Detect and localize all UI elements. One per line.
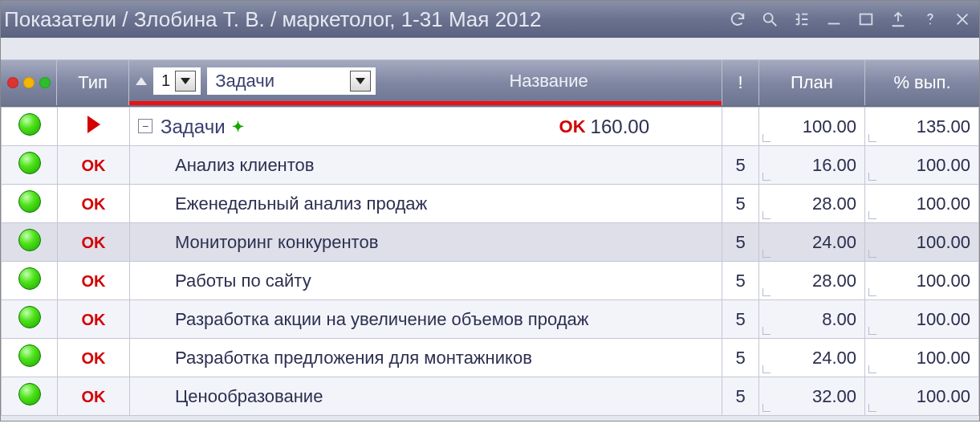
ok-badge: OK: [559, 116, 586, 137]
category-value: Задачи: [215, 71, 274, 92]
type-cell: OK: [58, 185, 130, 223]
category-select[interactable]: Задачи: [207, 67, 376, 95]
row-name: Разработка акции на увеличение объемов п…: [138, 309, 714, 330]
status-cell: [2, 377, 58, 416]
name-cell[interactable]: Еженедельный анализ продаж: [130, 185, 722, 223]
type-cell: OK: [58, 223, 130, 262]
plan-cell: 16.00: [759, 146, 865, 185]
status-green-icon: [18, 113, 41, 136]
name-cell[interactable]: − Задачи ✦ OK 160.00: [130, 108, 722, 146]
table-row[interactable]: OK Мониторинг конкурентов 5 24.00 100.00: [2, 223, 979, 262]
refresh-icon[interactable]: [729, 10, 746, 28]
pct-cell: 135.00: [865, 108, 979, 146]
status-cell: [2, 262, 58, 300]
minimize-icon[interactable]: [825, 10, 843, 28]
type-cell: OK: [58, 300, 130, 339]
search-icon[interactable]: [761, 10, 779, 28]
pct-cell: 100.00: [865, 185, 979, 223]
header-status[interactable]: [1, 60, 57, 105]
collapse-toggle[interactable]: −: [138, 119, 152, 133]
status-green-icon: [18, 267, 41, 290]
toolbar-spacer: [1, 38, 979, 60]
titlebar: Показатели / Злобина Т. В. / маркетолог,…: [1, 1, 979, 38]
pct-cell: 100.00: [865, 339, 979, 377]
header-pct[interactable]: % вып.: [865, 60, 979, 105]
name-cell[interactable]: Разработка акции на увеличение объемов п…: [130, 300, 722, 339]
ok-badge: OK: [82, 388, 106, 405]
table-row[interactable]: OK Анализ клиентов 5 16.00 100.00: [2, 146, 979, 185]
table-row[interactable]: OK Ценообразование 5 32.00 100.00: [2, 377, 979, 416]
type-cell: OK: [58, 146, 130, 185]
parent-label: Задачи: [161, 116, 226, 138]
ok-badge: OK: [82, 195, 106, 213]
pct-cell: 100.00: [865, 146, 979, 185]
row-name: Ценообразование: [138, 386, 714, 407]
status-cell: [2, 108, 58, 146]
priority-cell: 5: [722, 262, 759, 300]
header-plan[interactable]: План: [759, 60, 865, 105]
priority-cell: 5: [722, 300, 759, 339]
ok-badge: OK: [82, 234, 106, 251]
pct-cell: 100.00: [865, 377, 979, 416]
name-cell[interactable]: Ценообразование: [130, 377, 722, 416]
column-headers: Тип 1 Задачи Название ! План % вып.: [1, 60, 979, 107]
play-icon: [87, 116, 100, 133]
help-icon[interactable]: [921, 10, 939, 28]
table-row[interactable]: OK Разработка акции на увеличение объемо…: [2, 300, 979, 339]
plan-cell: 28.00: [759, 262, 865, 300]
add-icon[interactable]: ✦: [232, 118, 244, 136]
header-name-label[interactable]: Название: [382, 71, 715, 92]
type-cell: [58, 108, 130, 146]
sort-asc-icon[interactable]: [136, 77, 147, 85]
pct-cell: 100.00: [865, 300, 979, 339]
header-name: 1 Задачи Название: [129, 60, 722, 105]
pct-cell: 100.00: [865, 262, 979, 300]
status-cell: [2, 300, 58, 339]
footer-spacer: [1, 416, 979, 421]
window-title: Показатели / Злобина Т. В. / маркетолог,…: [4, 7, 729, 32]
table-row[interactable]: OK Еженедельный анализ продаж 5 28.00 10…: [2, 185, 979, 223]
parent-value: 160.00: [591, 116, 714, 138]
plan-cell: 24.00: [759, 339, 865, 377]
chevron-down-icon[interactable]: [175, 71, 196, 92]
table-row[interactable]: OK Разработка предложения для монтажнико…: [2, 339, 979, 377]
close-icon[interactable]: [954, 10, 971, 28]
type-cell: OK: [58, 262, 130, 300]
row-name: Еженедельный анализ продаж: [138, 193, 714, 214]
name-cell[interactable]: Разработка предложения для монтажников: [130, 339, 722, 377]
row-name: Работы по сайту: [138, 271, 714, 291]
type-cell: OK: [58, 339, 130, 377]
priority-cell: 5: [722, 223, 759, 262]
row-name: Мониторинг конкурентов: [138, 232, 714, 253]
status-green-icon: [18, 344, 41, 367]
plan-cell: 28.00: [759, 185, 865, 223]
export-icon[interactable]: [889, 10, 907, 28]
tree-icon[interactable]: [793, 10, 811, 28]
name-cell[interactable]: Анализ клиентов: [130, 146, 722, 185]
row-name: Разработка предложения для монтажников: [138, 348, 714, 369]
svg-point-0: [764, 14, 773, 22]
table-row[interactable]: OK Работы по сайту 5 28.00 100.00: [2, 262, 979, 300]
status-cell: [2, 185, 58, 223]
status-green-icon: [18, 152, 41, 174]
chevron-down-icon[interactable]: [350, 71, 371, 92]
header-priority[interactable]: !: [722, 60, 759, 105]
plan-cell: 100.00: [759, 108, 865, 146]
pct-cell: 100.00: [865, 223, 979, 262]
priority-cell: 5: [722, 146, 759, 185]
priority-cell: 5: [722, 339, 759, 377]
sort-index-select[interactable]: 1: [153, 67, 201, 95]
table-row-parent[interactable]: − Задачи ✦ OK 160.00 100.00 135.00: [2, 108, 979, 146]
type-cell: OK: [58, 377, 130, 416]
priority-cell: 5: [722, 377, 759, 416]
app-window: Показатели / Злобина Т. В. / маркетолог,…: [0, 0, 980, 422]
priority-cell: 5: [722, 185, 759, 223]
status-green-icon: [18, 383, 41, 405]
maximize-icon[interactable]: [857, 10, 875, 28]
header-type[interactable]: Тип: [57, 60, 129, 105]
status-green-icon: [18, 190, 41, 213]
name-cell[interactable]: Мониторинг конкурентов: [130, 223, 722, 262]
name-cell[interactable]: Работы по сайту: [130, 262, 722, 300]
status-cell: [2, 146, 58, 185]
traffic-light-icon: [7, 77, 51, 88]
